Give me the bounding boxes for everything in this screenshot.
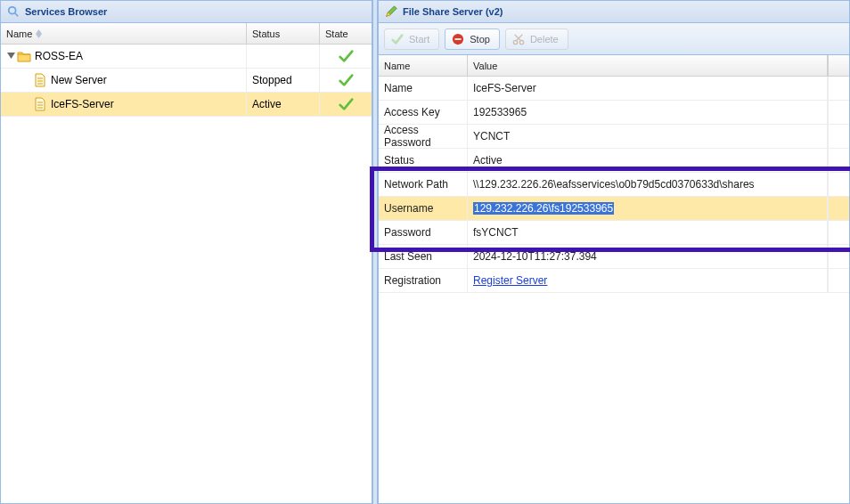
- col-header-state[interactable]: State: [320, 23, 372, 44]
- delete-button: Delete: [505, 28, 568, 50]
- scissors-icon: [511, 32, 526, 46]
- prop-value: 192533965: [468, 101, 828, 124]
- tree-node-label: New Server: [51, 74, 107, 86]
- magnifier-icon: [6, 4, 20, 19]
- stop-button[interactable]: Stop: [445, 28, 500, 50]
- prop-value: \\129.232.226.26\eafsservices\o0b79d5cd0…: [468, 173, 828, 196]
- tree-node-root[interactable]: ROSS-EA: [1, 45, 372, 69]
- prop-body: Name IceFS-Server Access Key 192533965 A…: [379, 77, 849, 503]
- prop-value: 2024-12-10T11:27:37.394: [468, 245, 828, 268]
- col-header-status-label: Status: [252, 28, 280, 39]
- toolbar: Start Stop Delete: [379, 23, 849, 55]
- tree-node-status: Stopped: [252, 74, 292, 86]
- prop-value: fsYCNCT: [468, 221, 828, 244]
- selected-text: 129.232.226.26\fs192533965: [473, 202, 614, 215]
- tree-node-child[interactable]: New Server Stopped: [1, 69, 372, 93]
- svg-marker-4: [7, 53, 15, 59]
- svg-rect-6: [455, 38, 462, 40]
- check-icon: [338, 48, 354, 64]
- expander-icon[interactable]: [4, 53, 17, 61]
- register-server-link[interactable]: Register Server: [473, 274, 547, 287]
- services-browser-header: Services Browser: [1, 1, 372, 23]
- prop-value: YCNCT: [468, 125, 828, 148]
- tree-node-status: Active: [252, 98, 282, 110]
- tree-node-root-label: ROSS-EA: [35, 50, 83, 62]
- tree-column-header: Name Status State: [1, 23, 372, 45]
- prop-key: Status: [379, 149, 468, 172]
- stop-button-label: Stop: [470, 34, 490, 45]
- prop-key: Password: [379, 221, 468, 244]
- prop-row[interactable]: Access Password YCNCT: [379, 125, 849, 149]
- tree-node-label: IceFS-Server: [51, 98, 114, 110]
- prop-value: Active: [468, 149, 828, 172]
- prop-column-header: Name Value: [379, 55, 849, 77]
- prop-key: Network Path: [379, 173, 468, 196]
- prop-key: Name: [379, 77, 468, 100]
- tree-node-child[interactable]: IceFS-Server Active: [1, 93, 372, 117]
- start-button-label: Start: [409, 34, 429, 45]
- col-header-prop-value-label: Value: [473, 61, 497, 71]
- services-browser-panel: Services Browser Name Status State: [0, 0, 372, 504]
- col-header-state-label: State: [325, 28, 348, 39]
- prop-key: Registration: [379, 269, 468, 292]
- prop-row[interactable]: Registration Register Server: [379, 269, 849, 293]
- details-panel: File Share Server (v2) Start Stop Delete: [378, 0, 850, 504]
- pencil-icon: [384, 4, 398, 19]
- col-header-prop-name-label: Name: [384, 61, 410, 71]
- col-header-spacer: [828, 55, 849, 76]
- prop-value: Register Server: [468, 269, 828, 292]
- sort-arrows-icon: [36, 29, 42, 38]
- svg-line-1: [15, 13, 19, 17]
- prop-key: Access Password: [379, 125, 468, 148]
- col-header-name-label: Name: [6, 28, 32, 39]
- delete-button-label: Delete: [530, 34, 559, 45]
- col-header-status[interactable]: Status: [247, 23, 320, 44]
- prop-key: Last Seen: [379, 245, 468, 268]
- tree-body: ROSS-EA New Server Sto: [1, 45, 372, 503]
- stop-icon: [451, 32, 465, 46]
- details-title: File Share Server (v2): [403, 6, 503, 17]
- prop-value: 129.232.226.26\fs192533965: [468, 197, 828, 220]
- prop-row[interactable]: Access Key 192533965: [379, 101, 849, 125]
- prop-row-network-path[interactable]: Network Path \\129.232.226.26\eafsservic…: [379, 173, 849, 197]
- details-header: File Share Server (v2): [379, 1, 849, 23]
- col-header-prop-value[interactable]: Value: [468, 55, 828, 76]
- prop-row[interactable]: Name IceFS-Server: [379, 77, 849, 101]
- svg-marker-3: [36, 34, 42, 38]
- document-icon: [33, 73, 47, 87]
- prop-row-username[interactable]: Username 129.232.226.26\fs192533965: [379, 197, 849, 221]
- prop-value: IceFS-Server: [468, 77, 828, 100]
- svg-point-0: [9, 7, 16, 14]
- col-header-name[interactable]: Name: [1, 23, 247, 44]
- prop-row-password[interactable]: Password fsYCNCT: [379, 221, 849, 245]
- prop-key: Access Key: [379, 101, 468, 124]
- check-icon: [338, 96, 354, 112]
- check-icon: [390, 32, 405, 46]
- document-icon: [33, 97, 47, 111]
- prop-key: Username: [379, 197, 468, 220]
- col-header-prop-name[interactable]: Name: [379, 55, 468, 76]
- services-browser-title: Services Browser: [25, 6, 107, 17]
- prop-row[interactable]: Status Active: [379, 149, 849, 173]
- start-button: Start: [384, 28, 439, 50]
- folder-open-icon: [17, 49, 31, 63]
- check-icon: [338, 72, 354, 88]
- prop-row[interactable]: Last Seen 2024-12-10T11:27:37.394: [379, 245, 849, 269]
